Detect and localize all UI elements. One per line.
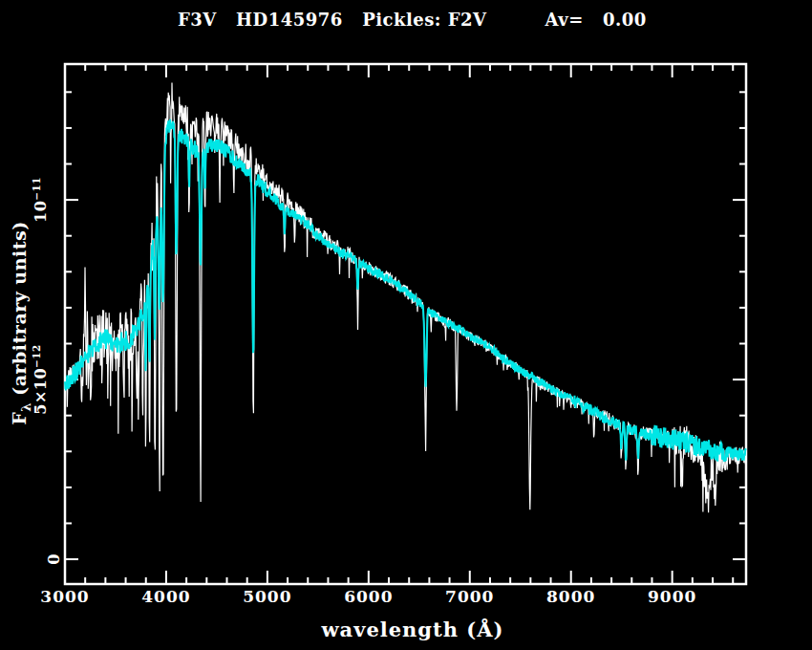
screenshot-root: { "window": { "background": "#000000", "… <box>0 0 812 650</box>
y-axis-title-symbol: F <box>9 412 30 425</box>
y-tick-label: 10−11 <box>31 177 50 223</box>
y-axis-title-subscript: λ <box>19 402 33 412</box>
observed-spectrum-line <box>65 83 746 513</box>
x-tick-label: 9000 <box>648 587 696 606</box>
y-tick-label: 0 <box>45 553 63 565</box>
x-tick-label: 4000 <box>141 587 190 606</box>
plot-frame <box>65 64 746 584</box>
x-tick-label: 3000 <box>40 587 89 606</box>
x-tick-label: 7000 <box>445 587 494 606</box>
x-tick-label: 6000 <box>344 587 393 606</box>
template-spectrum-line <box>65 119 746 462</box>
x-tick-label: 5000 <box>243 587 291 606</box>
y-axis-title-units: (arbitrary units) <box>9 221 30 402</box>
x-tick-label: 8000 <box>546 587 595 606</box>
y-axis-title: Fλ (arbitrary units) <box>9 221 33 424</box>
x-axis-title: wavelength (Å) <box>322 618 504 641</box>
spectrum-plot <box>0 0 812 650</box>
